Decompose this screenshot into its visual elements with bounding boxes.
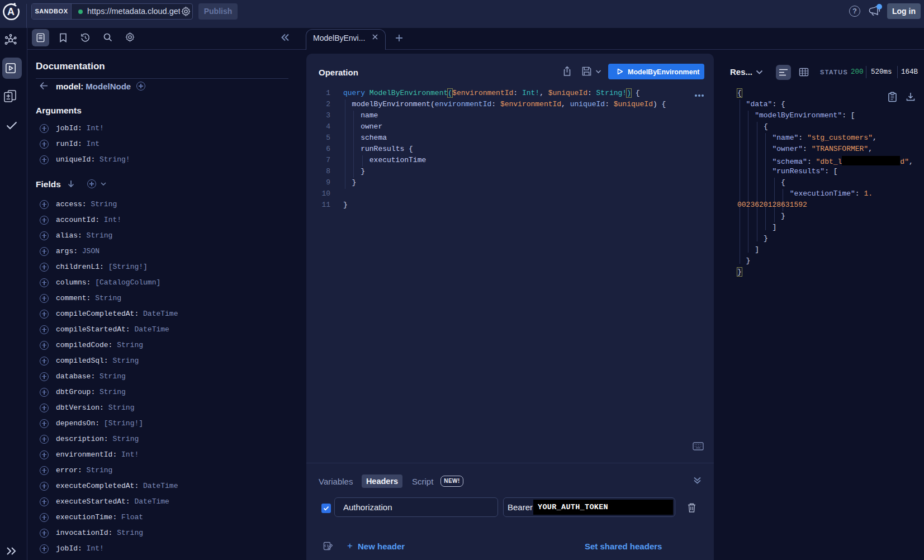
svg-text:A: A [7, 6, 15, 17]
